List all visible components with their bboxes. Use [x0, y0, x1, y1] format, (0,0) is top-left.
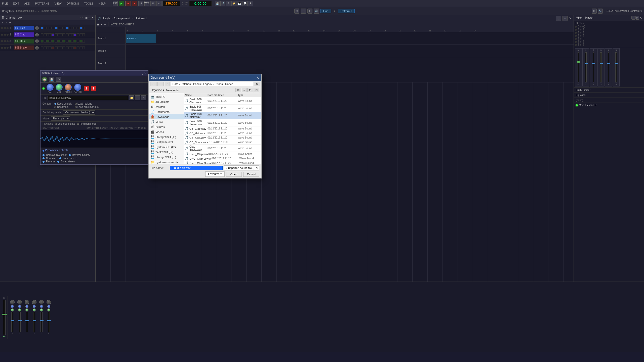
mute-led-kick[interactable]: [4, 27, 6, 29]
file-item-dnc-clap3[interactable]: 🎵 DNC_Clap_3.wav 01/12/2019 11:20 Wave S…: [184, 161, 261, 164]
instrument-minimize[interactable]: _: [142, 71, 143, 75]
beat-pad[interactable]: [57, 33, 60, 36]
organise-btn[interactable]: Organise ▾: [151, 88, 164, 92]
sidebar-3d-objects[interactable]: 📁 3D Objects: [149, 99, 184, 104]
magnet-icon[interactable]: 🔧: [598, 9, 603, 14]
view-list-btn[interactable]: ≡: [242, 88, 247, 92]
menu-help[interactable]: HELP: [97, 2, 107, 6]
playlist-close[interactable]: ✕: [569, 17, 572, 20]
load-slice-radio[interactable]: [75, 106, 77, 108]
load-regions-radio[interactable]: [75, 103, 77, 105]
pattern-label[interactable]: Pattern 1: [338, 9, 355, 13]
arrow-icon[interactable]: →: [301, 9, 306, 14]
use-loop-opt[interactable]: Use loop points: [55, 122, 75, 125]
beat-pad[interactable]: [77, 40, 79, 42]
beat-pad[interactable]: [63, 47, 65, 49]
bottom-knob[interactable]: [17, 300, 22, 304]
keep-on-disk-opt[interactable]: Keep on disk: [54, 102, 72, 105]
insert4-fader[interactable]: [608, 52, 609, 82]
bottom-knob[interactable]: [39, 300, 44, 304]
file-item-clap-basic[interactable]: 🎵 Clap Basic.wav 01/12/2019 11:20 Wave S…: [184, 145, 261, 152]
channel-rack-close[interactable]: ✕: [91, 16, 94, 19]
ping-pong-opt[interactable]: Ping pong loop: [77, 122, 97, 125]
menu-tools[interactable]: TOOLS: [83, 2, 94, 6]
load-slice-opt[interactable]: Load slice markers: [75, 106, 99, 108]
file-item-cb-kick[interactable]: 🎵 CB_Kick.wav 01/12/2019 11:20 Wave Soun…: [184, 135, 261, 140]
playlist-pencil-icon[interactable]: ✏: [104, 23, 106, 26]
kick-vol-knob[interactable]: [35, 26, 39, 30]
beat-pad[interactable]: [74, 47, 76, 49]
rack-arrow-icon[interactable]: →: [5, 21, 7, 24]
insert3-fader[interactable]: [600, 52, 602, 82]
snap-icon[interactable]: ⊞: [592, 9, 597, 14]
sidebar-pictures[interactable]: 🖼 Pictures: [149, 124, 184, 129]
load-sample-label[interactable]: Load sample file...: [16, 10, 36, 12]
effects-led[interactable]: [43, 150, 44, 152]
beat-pad[interactable]: [52, 47, 54, 49]
snare-vol-knob[interactable]: [35, 46, 39, 50]
effect-swap-stereo[interactable]: Swap stereo: [57, 160, 75, 163]
bpm-display[interactable]: 130.000: [163, 1, 180, 6]
beat-pad[interactable]: [44, 47, 46, 49]
beat-pad[interactable]: [52, 40, 54, 42]
solo-led-kick[interactable]: [7, 27, 9, 29]
bottom-knob[interactable]: [11, 308, 14, 311]
sidebar-system-res-1[interactable]: 📁 System-reservierter: [149, 160, 184, 164]
beat-pad[interactable]: [41, 33, 43, 36]
rack-grid-icon[interactable]: ⊞: [85, 16, 88, 19]
beat-pad[interactable]: [46, 47, 49, 49]
bottom-knob[interactable]: [25, 308, 28, 311]
sidebar-storage-e[interactable]: 💾 StorageSSD (E:): [149, 155, 184, 160]
filetype-select[interactable]: Supported sound file (*.wav;*.al: [224, 165, 259, 170]
menu-edit[interactable]: EDIT: [12, 2, 20, 6]
beat-pad[interactable]: [55, 33, 57, 36]
sidebar-videos[interactable]: 🎬 Videos: [149, 129, 184, 134]
beat-pad[interactable]: [63, 40, 65, 42]
effect-remove-dc[interactable]: Remove DC offset: [43, 154, 67, 156]
beat-pad[interactable]: [66, 40, 68, 42]
beat-pad[interactable]: [44, 27, 46, 29]
beat-pad[interactable]: [55, 40, 57, 42]
beat-pad[interactable]: [57, 40, 60, 42]
track-content-2[interactable]: [126, 45, 574, 57]
solo-led-hihat[interactable]: [7, 40, 9, 42]
beat-pad[interactable]: [52, 33, 54, 36]
bottom-knob[interactable]: [33, 305, 36, 308]
effect-normalize[interactable]: Normalize: [43, 157, 57, 160]
resample-radio[interactable]: [54, 106, 56, 108]
effect-reverse-polarity[interactable]: Reverse polarity: [69, 154, 90, 156]
nav-up-btn[interactable]: ↑: [165, 82, 170, 86]
beat-pad[interactable]: [41, 47, 43, 49]
sidebar-240gssd-d[interactable]: 💾 240GSSD (D:): [149, 150, 184, 155]
rack-pencil-icon[interactable]: ✏: [9, 21, 11, 24]
file-item-kick[interactable]: 🎵 Basic 808 Kick.wav 01/12/2019 11:20 Wa…: [184, 112, 261, 119]
declicking-select[interactable]: Out only (no bleeding): [63, 110, 95, 115]
beat-pad[interactable]: [52, 27, 54, 29]
new-folder-btn[interactable]: New folder: [166, 89, 180, 92]
beat-pad[interactable]: [60, 40, 63, 42]
question-icon[interactable]: ?: [226, 1, 231, 6]
col-name-header[interactable]: Name: [185, 94, 208, 97]
file-item-cb-hat[interactable]: 🎵 CB_Hat.wav 01/12/2019 11:20 Wave Sound: [184, 131, 261, 135]
file-item-snare[interactable]: 🎵 Basic 808 Snare.wav 01/12/2019 11:20 W…: [184, 119, 261, 126]
bottom-knob[interactable]: [32, 300, 36, 304]
channel-snare-btn[interactable]: 808 Snare: [14, 46, 34, 50]
mute-led-clap[interactable]: [4, 34, 6, 36]
fx-led-6[interactable]: [575, 44, 577, 46]
play-button[interactable]: ▶: [119, 1, 124, 6]
beat-pad[interactable]: [63, 33, 65, 36]
beat-pad[interactable]: [44, 40, 46, 42]
col-type-header[interactable]: Type: [238, 94, 260, 97]
bottom-knob[interactable]: [40, 308, 43, 311]
fx-led-3[interactable]: [575, 35, 577, 37]
beat-pad[interactable]: [60, 27, 63, 29]
sidebar-music[interactable]: 🎵 Music: [149, 119, 184, 124]
insert5-fader[interactable]: [615, 52, 617, 82]
beat-pad[interactable]: [82, 40, 85, 42]
mute-led-hihat[interactable]: [4, 40, 6, 42]
file-item-dnc-clap[interactable]: 🎵 DNC_Clap.wav 01/12/2019 11:20 Wave Sou…: [184, 152, 261, 156]
sidebar-this-pc[interactable]: 💻 This PC: [149, 94, 184, 99]
mixer-close[interactable]: ✕: [639, 16, 642, 20]
beat-pad[interactable]: [77, 27, 79, 29]
channel-kick-btn[interactable]: 808 Kick: [14, 26, 34, 30]
